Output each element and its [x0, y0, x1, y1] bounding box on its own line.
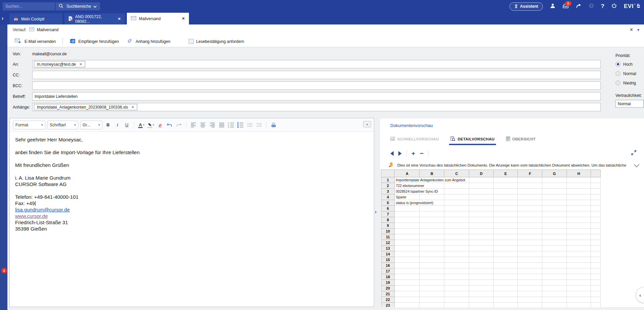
globe-button[interactable]: [589, 3, 594, 10]
sheet-cell[interactable]: [518, 194, 542, 200]
sheet-cell[interactable]: [419, 257, 444, 263]
help-button[interactable]: ?: [601, 3, 604, 10]
row-header[interactable]: 7: [381, 211, 395, 217]
row-header[interactable]: 6: [381, 206, 395, 211]
align-left-button[interactable]: [190, 121, 197, 129]
search-scope-button[interactable]: Suchbereiche: [63, 2, 100, 10]
sheet-cell[interactable]: [469, 177, 494, 183]
row-header[interactable]: 11: [381, 234, 395, 240]
tab-mailversand-active[interactable]: Mailversand: [127, 13, 189, 24]
column-header[interactable]: E: [493, 170, 518, 177]
remove-attachment-icon[interactable]: [132, 105, 134, 109]
left-sidebar[interactable]: [0, 24, 7, 310]
tab-mein-cockpit[interactable]: Mein Cockpit: [9, 13, 62, 24]
sheet-cell[interactable]: [395, 211, 419, 217]
sheet-cell[interactable]: [395, 234, 419, 240]
sheet-cell[interactable]: [419, 280, 444, 286]
priority-option-normal[interactable]: Normal: [615, 71, 636, 76]
sheet-cell[interactable]: [566, 274, 591, 280]
row-header[interactable]: 1: [381, 177, 395, 183]
sheet-cell[interactable]: [566, 303, 591, 308]
sheet-cell[interactable]: [518, 229, 542, 234]
row-header[interactable]: 3: [381, 189, 395, 194]
subject-field[interactable]: [32, 92, 601, 101]
row-header[interactable]: 5: [381, 200, 395, 206]
sheet-cell[interactable]: [395, 206, 419, 211]
fullscreen-button[interactable]: [631, 150, 637, 157]
sheet-cell[interactable]: [518, 223, 542, 229]
sheet-cell[interactable]: [566, 234, 591, 240]
row-header[interactable]: 12: [381, 240, 395, 246]
sheet-cell[interactable]: [542, 291, 567, 297]
sheet-cell[interactable]: [493, 291, 518, 297]
sheet-cell[interactable]: [469, 268, 494, 274]
sheet-cell[interactable]: Sparte: [395, 194, 419, 200]
column-header[interactable]: B: [419, 170, 444, 177]
sheet-cell[interactable]: [395, 217, 419, 223]
sheet-cell[interactable]: [542, 303, 567, 308]
sheet-cell[interactable]: [444, 291, 469, 297]
sheet-cell[interactable]: [542, 189, 567, 194]
body-link[interactable]: lisa.gundrum@cursor.de: [15, 207, 70, 212]
underline-button[interactable]: U: [123, 121, 131, 129]
column-header[interactable]: D: [469, 170, 494, 177]
sheet-cell[interactable]: [542, 194, 567, 200]
sheet-cell[interactable]: [493, 200, 518, 206]
sheet-cell[interactable]: [493, 268, 518, 274]
sheet-cell[interactable]: status is (prognostiziert): [395, 200, 444, 206]
sheet-cell[interactable]: [419, 194, 444, 200]
sheet-cell[interactable]: [469, 211, 494, 217]
row-header[interactable]: 15: [381, 257, 395, 263]
column-header[interactable]: G: [542, 170, 567, 177]
sheet-cell[interactable]: [419, 297, 444, 303]
tab-close-icon[interactable]: [182, 16, 185, 21]
sheet-cell[interactable]: [542, 206, 567, 211]
sheet-cell[interactable]: [419, 251, 444, 257]
sheet-cell[interactable]: [419, 211, 444, 217]
sheet-cell[interactable]: [493, 177, 518, 183]
sheet-cell[interactable]: [518, 303, 542, 308]
sheet-cell[interactable]: [566, 189, 591, 194]
sheet-cell[interactable]: [469, 229, 494, 234]
sheet-cell[interactable]: [469, 303, 494, 308]
sheet-cell[interactable]: [566, 177, 591, 183]
sheet-cell[interactable]: [444, 183, 469, 189]
sheet-cell[interactable]: [566, 183, 591, 189]
sheet-cell[interactable]: [444, 246, 469, 251]
format-dropdown[interactable]: Format: [13, 121, 45, 129]
radio-normal[interactable]: [615, 71, 621, 76]
sheet-cell[interactable]: [469, 263, 494, 268]
sheet-cell[interactable]: [518, 251, 542, 257]
priority-option-niedrig[interactable]: Niedrig: [615, 80, 636, 85]
sheet-cell[interactable]: [518, 280, 542, 286]
sheet-cell[interactable]: [419, 303, 444, 308]
sheet-cell[interactable]: [469, 194, 494, 200]
sheet-cell[interactable]: [395, 229, 419, 234]
sheet-cell[interactable]: [419, 223, 444, 229]
sheet-cell[interactable]: [518, 177, 542, 183]
close-view-icon[interactable]: [630, 27, 633, 32]
add-attachment-button[interactable]: Anhang hinzufügen: [126, 37, 172, 46]
priority-option-hoch[interactable]: Hoch: [615, 62, 633, 67]
row-header[interactable]: 4: [381, 194, 395, 200]
sheet-cell[interactable]: [542, 229, 567, 234]
sheet-cell[interactable]: [518, 234, 542, 240]
sheet-cell[interactable]: [444, 280, 469, 286]
sheet-cell[interactable]: [469, 280, 494, 286]
sheet-cell[interactable]: [493, 183, 518, 189]
sheet-cell[interactable]: [395, 251, 419, 257]
sheet-cell[interactable]: [419, 274, 444, 280]
sheet-cell[interactable]: [493, 274, 518, 280]
sheet-cell[interactable]: [493, 251, 518, 257]
sheet-cell[interactable]: [469, 240, 494, 246]
email-body[interactable]: Sehr geehrter Herr Moneysac, anbei finde…: [10, 132, 374, 307]
sheet-cell[interactable]: [419, 291, 444, 297]
sheet-cell[interactable]: [566, 223, 591, 229]
previous-page-button[interactable]: [390, 151, 394, 156]
sheet-cell[interactable]: [419, 206, 444, 211]
zoom-out-button[interactable]: −: [420, 151, 424, 156]
sheet-cell[interactable]: [444, 251, 469, 257]
sheet-cell[interactable]: [493, 206, 518, 211]
align-center-button[interactable]: [199, 121, 206, 129]
sheet-cell[interactable]: [566, 206, 591, 211]
